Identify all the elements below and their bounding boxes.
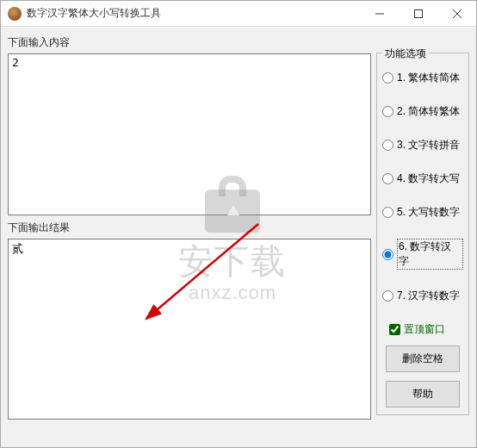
option-7[interactable]: 7. 汉字转数字 (382, 289, 463, 303)
input-textbox[interactable] (8, 53, 371, 215)
options-groupbox: 功能选项 1. 繁体转简体 2. 简体转繁体 3. 文字转拼音 4. 数字转大写… (376, 53, 469, 415)
maximize-button[interactable] (399, 1, 437, 27)
content-area: 下面输入内容 下面输出结果 功能选项 1. 繁体转简体 2. 简体转繁体 3. … (1, 27, 476, 447)
option-6[interactable]: 6. 数字转汉字 (382, 239, 463, 270)
option-4[interactable]: 4. 数字转大写 (382, 171, 463, 186)
remove-spaces-button[interactable]: 删除空格 (386, 345, 460, 372)
options-legend: 功能选项 (382, 47, 429, 61)
output-label: 下面输出结果 (8, 221, 371, 235)
right-column: 功能选项 1. 繁体转简体 2. 简体转繁体 3. 文字转拼音 4. 数字转大写… (376, 30, 469, 440)
output-textbox[interactable] (8, 239, 371, 420)
app-window: 数字汉字繁体大小写转换工具 下面输入内容 下面输出结果 功能选项 1. 繁体转简… (0, 0, 477, 448)
left-column: 下面输入内容 下面输出结果 (8, 30, 371, 440)
option-1[interactable]: 1. 繁体转简体 (382, 71, 463, 85)
help-button[interactable]: 帮助 (386, 381, 460, 408)
input-label: 下面输入内容 (8, 35, 371, 50)
option-3[interactable]: 3. 文字转拼音 (382, 138, 463, 152)
option-5[interactable]: 5. 大写转数字 (382, 205, 463, 220)
minimize-button[interactable] (360, 1, 399, 27)
window-title: 数字汉字繁体大小写转换工具 (27, 6, 360, 21)
topmost-checkbox[interactable]: 置顶窗口 (389, 322, 463, 337)
titlebar: 数字汉字繁体大小写转换工具 (1, 1, 476, 27)
close-button[interactable] (437, 1, 476, 27)
option-2[interactable]: 2. 简体转繁体 (382, 104, 463, 119)
svg-rect-1 (414, 9, 422, 17)
app-icon (8, 7, 22, 21)
